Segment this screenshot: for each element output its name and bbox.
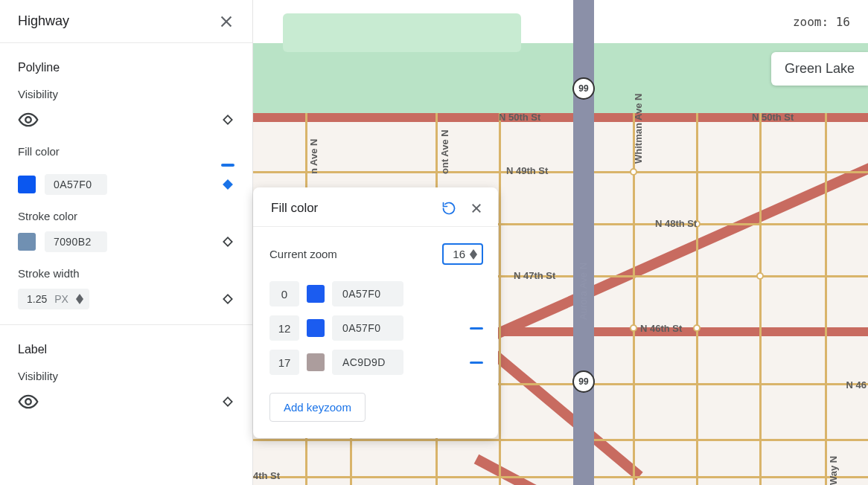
stepper-icon[interactable] xyxy=(76,294,83,304)
road-minor xyxy=(499,113,501,485)
road-arterial-diag xyxy=(488,348,643,481)
sidebar: Highway Polyline Visibility xyxy=(0,0,253,485)
street-label: N 47th St xyxy=(514,270,555,281)
stroke-width-input[interactable]: 1.25 PX xyxy=(18,289,89,309)
svg-point-9 xyxy=(25,399,31,404)
keyzoom-row: 0 0A57F0 xyxy=(269,281,483,306)
sidebar-header: Highway xyxy=(0,0,252,43)
svg-marker-14 xyxy=(470,254,477,260)
street-label: n Ave N xyxy=(308,139,319,174)
keyzoom-hex[interactable]: 0A57F0 xyxy=(332,281,403,306)
current-zoom-input[interactable]: 16 xyxy=(442,243,483,265)
street-label: N 46 xyxy=(846,379,867,391)
keyzoom-diamond-icon[interactable] xyxy=(221,113,234,126)
add-keyzoom-button[interactable]: Add keyzoom xyxy=(269,393,366,422)
reset-icon[interactable] xyxy=(441,201,456,216)
add-keyzoom-label: Add keyzoom xyxy=(284,401,351,414)
road-minor xyxy=(696,113,698,485)
fill-color-popover: Fill color Current zoom 16 xyxy=(253,187,498,438)
street-label: Way N xyxy=(828,456,839,485)
fill-color-line-icon xyxy=(221,164,234,167)
place-label[interactable]: Green Lake xyxy=(771,52,868,86)
intersection-dot xyxy=(693,324,701,332)
keyzoom-line-icon[interactable] xyxy=(470,362,483,364)
street-label: N 48th St xyxy=(655,218,697,229)
keyzoom-level[interactable]: 17 xyxy=(269,350,299,375)
route-shield: 99 xyxy=(572,77,595,100)
svg-rect-4 xyxy=(223,180,232,188)
visibility-label: Visibility xyxy=(18,88,234,100)
svg-marker-7 xyxy=(76,299,83,304)
road-minor xyxy=(253,476,868,478)
keyzoom-swatch[interactable] xyxy=(307,353,325,371)
street-label: ont Ave N xyxy=(439,129,450,174)
svg-rect-5 xyxy=(223,237,232,245)
keyzoom-row: 12 0A57F0 xyxy=(269,315,483,341)
svg-point-2 xyxy=(25,117,31,122)
close-icon[interactable] xyxy=(470,202,483,215)
fill-color-swatch[interactable] xyxy=(18,176,36,193)
zoom-label: zoom: xyxy=(793,15,829,29)
close-icon[interactable] xyxy=(218,13,234,30)
sidebar-body: Polyline Visibility Fill color xyxy=(0,43,252,445)
current-zoom-label: Current zoom xyxy=(269,248,337,260)
route-shield: 99 xyxy=(572,370,595,393)
intersection-dot xyxy=(630,324,637,332)
stroke-width-value: 1.25 xyxy=(27,293,47,305)
current-zoom-value: 16 xyxy=(453,248,465,260)
street-label: N 46th St xyxy=(640,323,682,334)
keyzoom-swatch[interactable] xyxy=(307,285,325,303)
road-minor xyxy=(759,113,762,485)
keyzoom-hex[interactable]: 0A57F0 xyxy=(332,315,403,341)
keyzoom-diamond-icon[interactable] xyxy=(221,395,234,408)
keyzoom-diamond-icon[interactable] xyxy=(221,235,234,248)
stroke-color-hex[interactable]: 7090B2 xyxy=(45,231,107,252)
section-divider xyxy=(0,324,252,325)
popover-body: Current zoom 16 0 0A57F0 12 0A57F0 17 xyxy=(253,227,498,438)
keyzoom-level[interactable]: 12 xyxy=(269,315,299,341)
street-label-aurora: Aurora Ave N xyxy=(578,263,589,320)
keyzoom-diamond-active-icon[interactable] xyxy=(221,178,234,191)
keyzoom-line-icon[interactable] xyxy=(470,327,483,330)
stroke-color-swatch[interactable] xyxy=(18,233,36,251)
route-number: 99 xyxy=(578,83,588,94)
popover-header: Fill color xyxy=(253,187,498,227)
eye-icon[interactable] xyxy=(18,109,39,130)
svg-rect-10 xyxy=(223,397,232,405)
fill-color-label: Fill color xyxy=(18,145,234,158)
intersection-dot xyxy=(756,272,764,280)
visibility-label-2: Visibility xyxy=(18,370,234,382)
svg-marker-13 xyxy=(470,249,477,254)
popover-title: Fill color xyxy=(271,201,318,216)
stroke-width-label: Stroke width xyxy=(18,267,234,280)
street-label: Whitman Ave N xyxy=(633,94,644,164)
keyzoom-level[interactable]: 0 xyxy=(269,281,299,306)
stepper-icon[interactable] xyxy=(470,249,477,260)
route-number: 99 xyxy=(578,376,588,387)
park-area-inner xyxy=(283,13,521,52)
keyzoom-swatch[interactable] xyxy=(307,319,325,337)
road-minor xyxy=(253,439,868,441)
keyzoom-row: 17 AC9D9D xyxy=(269,350,483,375)
stroke-color-label: Stroke color xyxy=(18,210,234,222)
eye-icon[interactable] xyxy=(18,391,39,412)
fill-color-hex[interactable]: 0A57F0 xyxy=(45,174,107,195)
svg-marker-6 xyxy=(76,294,83,299)
sidebar-title: Highway xyxy=(18,13,69,29)
section-label-title: Label xyxy=(18,343,234,356)
keyzoom-hex[interactable]: AC9D9D xyxy=(332,350,403,375)
road-highway xyxy=(573,0,594,485)
street-label: N 49th St xyxy=(506,165,548,176)
svg-rect-8 xyxy=(223,295,232,303)
intersection-dot xyxy=(630,168,637,176)
street-label: N 50th St xyxy=(499,112,540,123)
svg-rect-3 xyxy=(223,115,232,123)
keyzoom-diamond-icon[interactable] xyxy=(221,292,234,306)
street-label: 4th St xyxy=(253,470,280,481)
stroke-width-unit: PX xyxy=(54,293,68,305)
road-minor xyxy=(253,171,868,173)
road-arterial-diag xyxy=(474,126,868,348)
road-minor xyxy=(825,113,827,485)
street-label: N 50th St xyxy=(752,112,794,123)
zoom-value: 16 xyxy=(836,15,850,29)
